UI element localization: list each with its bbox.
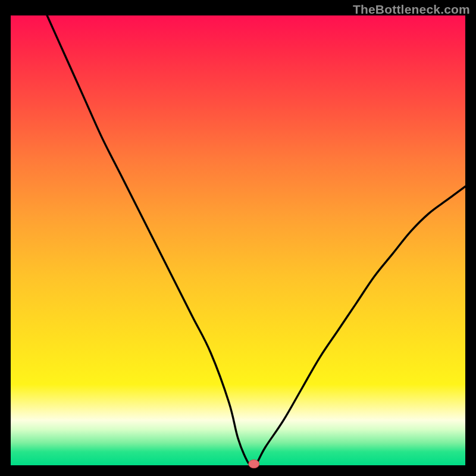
attribution-label: TheBottleneck.com [353,2,470,17]
chart-frame: TheBottleneck.com 0 100 0 100 [0,0,476,476]
plot-area [11,15,465,465]
